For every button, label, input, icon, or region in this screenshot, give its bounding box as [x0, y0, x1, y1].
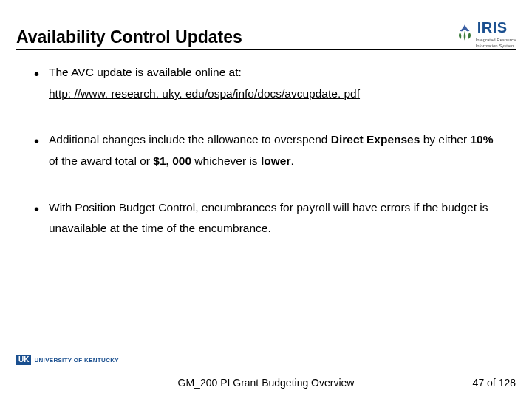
slide: Availability Control Updates IRIS Integr…	[0, 0, 532, 399]
iris-logo-name: IRIS	[477, 19, 508, 36]
title-underline	[16, 49, 516, 50]
bullet-2-mid1: by either	[420, 133, 470, 146]
bullet-2-pre: Additional changes include the allowance…	[49, 133, 331, 146]
uk-logo-text: UNIVERSITY OF KENTUCKY	[34, 357, 118, 364]
footer-center-text: GM_200 PI Grant Budgeting Overview	[0, 377, 532, 389]
bullet-1: The AVC update is available online at: h…	[30, 62, 502, 104]
bullet-3-text: With Position Budget Control, encumbranc…	[49, 201, 488, 235]
page-number: 47 of 128	[473, 377, 516, 389]
bullet-2-bold2: 10%	[470, 133, 493, 146]
bullet-2-bold4: lower	[261, 154, 290, 167]
bullet-2-bold3: $1, 000	[153, 154, 191, 167]
title-row: Availability Control Updates IRIS Integr…	[16, 18, 516, 49]
bullet-1-text: The AVC update is available online at:	[49, 66, 242, 78]
iris-logo-subline1: Integrated Resource	[476, 38, 516, 43]
uk-mark-icon: UK	[16, 355, 31, 365]
bullet-list: The AVC update is available online at: h…	[30, 62, 502, 239]
bullet-2-bold1: Direct Expenses	[331, 133, 420, 146]
bullet-2-mid2: of the award total or	[49, 154, 153, 167]
iris-logo-text: IRIS Integrated Resource Information Sys…	[476, 19, 516, 49]
iris-flower-icon	[455, 23, 474, 45]
bullet-2-end: .	[290, 154, 293, 167]
iris-logo: IRIS Integrated Resource Information Sys…	[455, 19, 516, 49]
uk-logo: UK UNIVERSITY OF KENTUCKY	[16, 355, 123, 365]
iris-logo-subline2: Information System	[476, 44, 514, 49]
avc-update-link[interactable]: http: //www. research. uky. edu/ospa/inf…	[49, 87, 360, 100]
slide-body: The AVC update is available online at: h…	[30, 62, 502, 239]
page-title: Availability Control Updates	[16, 27, 242, 49]
bullet-2: Additional changes include the allowance…	[30, 129, 502, 171]
bullet-3: With Position Budget Control, encumbranc…	[30, 197, 502, 239]
bullet-2-mid3: whichever is	[191, 154, 261, 167]
footer-rule	[16, 372, 516, 372]
